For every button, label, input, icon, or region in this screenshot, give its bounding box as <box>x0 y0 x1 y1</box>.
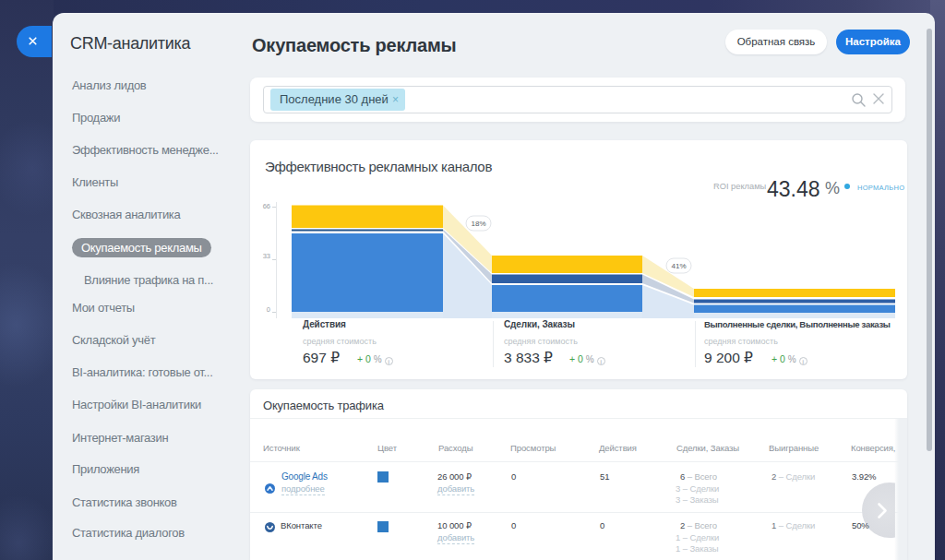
svg-text:18%: 18% <box>471 220 485 228</box>
svg-text:66: 66 <box>263 202 270 210</box>
svg-text:33: 33 <box>263 252 270 260</box>
svg-text:0: 0 <box>267 305 270 314</box>
svg-text:41%: 41% <box>671 262 686 270</box>
